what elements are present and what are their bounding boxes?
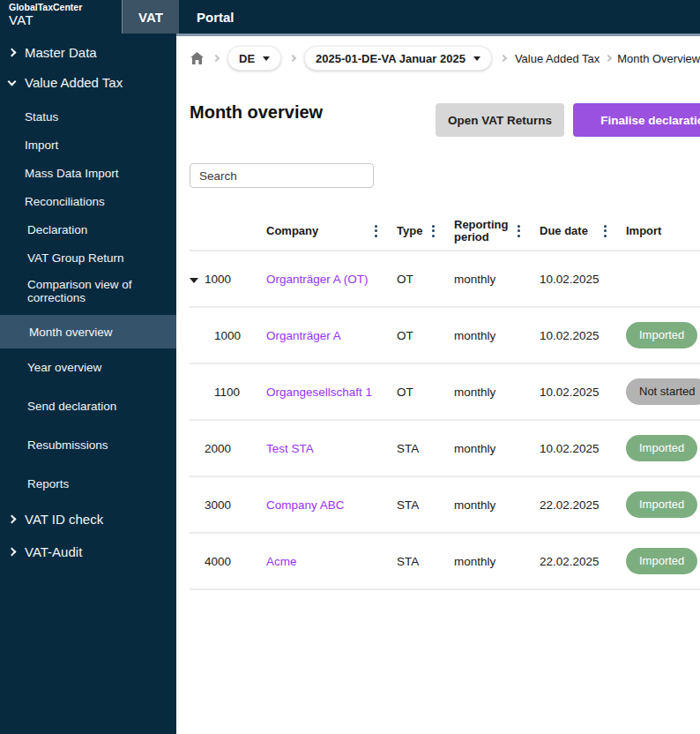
sidebar-item-status[interactable]: Status — [0, 110, 176, 124]
chevron-right-icon — [8, 515, 17, 524]
sidebar: Master Data Value Added Tax Status Impor… — [0, 34, 176, 734]
table-row: 4000 Acme STA monthly 22.02.2025 Importe… — [190, 534, 700, 590]
sidebar-item-vat-id-check[interactable]: VAT ID check — [0, 513, 176, 526]
table-row: 1100 Organgesellschaft 1 OT monthly 10.0… — [190, 364, 700, 421]
breadcrumb-separator-icon — [289, 55, 296, 62]
company-link[interactable]: Organträger A — [266, 329, 341, 342]
sidebar-item-vat-audit[interactable]: VAT-Audit — [0, 545, 176, 558]
column-menu-icon[interactable] — [602, 223, 608, 239]
sidebar-item-vat-group-return[interactable]: VAT Group Return — [0, 251, 176, 265]
app-window: GlobalTaxCenter VAT VAT Portal Master Da… — [0, 0, 700, 734]
sidebar-item-reconciliations[interactable]: Reconciliations — [0, 195, 176, 208]
sidebar-item-month-overview[interactable]: Month overview — [0, 315, 176, 348]
sidebar-item-declaration[interactable]: Declaration — [0, 223, 176, 236]
chevron-right-icon — [8, 548, 17, 557]
open-vat-returns-button[interactable]: Open VAT Returns — [436, 103, 564, 137]
logo-text-bottom: VAT — [9, 13, 82, 28]
sidebar-item-send-declaration[interactable]: Send declaration — [0, 400, 176, 413]
breadcrumb-separator-icon — [500, 55, 507, 62]
column-header-due-date: Due date — [540, 223, 626, 239]
company-link[interactable]: Organgesellschaft 1 — [266, 386, 372, 399]
chevron-down-icon — [8, 77, 17, 86]
tab-portal[interactable]: Portal — [179, 0, 252, 34]
sidebar-item-year-overview[interactable]: Year overview — [0, 361, 176, 374]
sidebar-item-reports[interactable]: Reports — [0, 477, 176, 491]
sidebar-item-comparison-view[interactable]: Comparison view of corrections — [0, 278, 176, 304]
chevron-right-icon — [8, 49, 17, 57]
finalise-declarations-button[interactable]: Finalise declarations — [573, 103, 700, 137]
search-input[interactable] — [190, 163, 374, 188]
caret-down-icon — [263, 56, 270, 61]
country-dropdown[interactable]: DE — [227, 46, 281, 71]
status-badge: Imported — [626, 491, 697, 518]
breadcrumb-separator-icon — [212, 55, 220, 62]
table-row: 1000 Organträger A (OT) OT monthly 10.02… — [190, 251, 700, 308]
column-header-company: Company — [266, 223, 397, 239]
period-dropdown[interactable]: 2025-01-DE-VA Januar 2025 — [304, 46, 492, 71]
column-menu-icon[interactable] — [516, 223, 522, 239]
company-link[interactable]: Company ABC — [266, 498, 345, 512]
breadcrumb-section[interactable]: Value Added Tax — [515, 52, 599, 65]
caret-down-icon — [473, 56, 480, 61]
sidebar-item-import[interactable]: Import — [0, 139, 176, 152]
column-header-import: Import — [626, 225, 700, 237]
sidebar-item-resubmissions[interactable]: Resubmissions — [0, 438, 176, 452]
table-header-row: Company Type Reporting period Due date I… — [190, 212, 700, 251]
column-menu-icon[interactable] — [373, 223, 379, 239]
page-title: Month overview — [190, 102, 323, 123]
table-row: 1000 Organträger A OT monthly 10.02.2025… — [190, 308, 700, 364]
main-content: DE 2025-01-DE-VA Januar 2025 Value Added… — [176, 36, 700, 734]
status-badge: Imported — [626, 548, 697, 574]
breadcrumb: DE 2025-01-DE-VA Januar 2025 Value Added… — [190, 46, 700, 71]
status-badge: Imported — [626, 322, 697, 348]
sidebar-item-master-data[interactable]: Master Data — [0, 46, 176, 59]
tab-vat[interactable]: VAT — [122, 0, 179, 34]
company-link[interactable]: Organträger A (OT) — [266, 273, 369, 286]
collapse-row-icon[interactable] — [190, 278, 198, 283]
month-overview-table: Company Type Reporting period Due date I… — [190, 212, 700, 590]
company-link[interactable]: Acme — [266, 555, 297, 568]
column-header-reporting-period: Reporting period — [454, 219, 540, 243]
table-row: 3000 Company ABC STA monthly 22.02.2025 … — [190, 477, 700, 534]
breadcrumb-separator-icon — [605, 55, 612, 62]
logo-text-top: GlobalTaxCenter — [9, 3, 82, 13]
column-menu-icon[interactable] — [430, 223, 436, 239]
column-header-type: Type — [397, 223, 454, 239]
app-logo: GlobalTaxCenter VAT — [9, 3, 82, 27]
breadcrumb-current: Month Overview — [617, 52, 700, 65]
status-badge: Imported — [626, 435, 697, 461]
table-row: 2000 Test STA STA monthly 10.02.2025 Imp… — [190, 421, 700, 477]
status-badge: Not started — [626, 378, 700, 405]
sidebar-item-mass-data-import[interactable]: Mass Data Import — [0, 167, 176, 180]
sidebar-item-value-added-tax[interactable]: Value Added Tax — [0, 76, 176, 89]
top-header: GlobalTaxCenter VAT VAT Portal — [0, 0, 700, 34]
company-link[interactable]: Test STA — [266, 442, 314, 455]
home-icon[interactable] — [190, 51, 205, 65]
